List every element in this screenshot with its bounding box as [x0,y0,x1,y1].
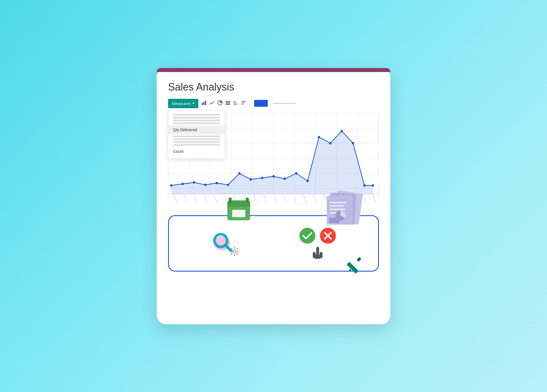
top-bar [157,68,390,72]
svg-point-32 [216,182,218,184]
gear-icon [230,247,239,257]
sort-asc-icon[interactable] [233,100,239,107]
dropdown-item-qty-delivered[interactable]: Qty Delivered [168,125,225,134]
toolbar: Measures [168,99,379,108]
svg-point-28 [170,184,172,186]
svg-rect-99 [236,253,238,255]
check-circle-icon[interactable] [299,227,316,244]
svg-point-38 [284,177,286,180]
svg-point-30 [193,181,195,183]
svg-point-31 [204,184,207,186]
svg-rect-12 [242,104,243,104]
svg-rect-0 [202,103,203,105]
color-line [273,103,296,104]
calendar-icon-wrapper [226,196,252,223]
svg-rect-76 [246,198,249,203]
svg-point-29 [181,182,184,185]
measures-button[interactable]: Measures [168,99,198,108]
svg-rect-95 [237,251,239,252]
svg-point-44 [352,142,354,144]
svg-point-46 [372,184,374,186]
svg-rect-108 [346,262,358,274]
measures-dropdown: Qty Delivered Count [168,110,225,159]
svg-rect-5 [226,102,230,103]
card-content: Sales Analysis Measures [157,72,390,283]
svg-rect-7 [234,101,235,102]
svg-point-37 [272,175,275,177]
svg-point-41 [318,136,320,138]
svg-point-36 [261,176,263,179]
dropdown-line-5 [173,136,220,137]
svg-rect-98 [231,253,233,255]
svg-rect-9 [234,104,238,104]
svg-rect-75 [229,198,232,203]
color-swatch-blue[interactable] [254,100,268,107]
gear-svg [230,247,239,256]
svg-text:-: - [170,190,170,193]
pie-chart-icon[interactable] [217,100,223,107]
svg-rect-85 [329,217,339,223]
svg-rect-1 [203,102,205,105]
confirm-group [299,227,336,259]
calendar-icon [226,196,252,222]
sort-desc-icon[interactable] [241,100,247,107]
edit-icon[interactable] [346,256,364,274]
svg-rect-107 [315,255,321,259]
svg-rect-92 [234,247,235,249]
svg-rect-6 [226,104,230,105]
chart-type-icons [201,100,247,107]
search-group [211,231,235,256]
svg-rect-2 [205,101,206,105]
svg-rect-93 [234,254,235,256]
dropdown-line-7 [173,141,220,143]
line-chart-icon[interactable] [209,100,215,107]
dropdown-line-6 [173,138,220,140]
dropdown-line-8 [173,144,220,146]
dropdown-line-2 [173,117,220,118]
svg-point-45 [363,184,366,186]
svg-point-34 [238,172,240,174]
svg-rect-10 [242,101,246,102]
svg-rect-110 [357,257,362,262]
dropdown-line-3 [173,120,220,121]
svg-rect-4 [226,101,230,102]
dropdown-item-count[interactable]: Count [168,147,225,156]
svg-rect-11 [242,102,244,103]
svg-rect-96 [231,248,233,250]
svg-point-91 [233,250,236,253]
svg-rect-80 [330,202,347,203]
confirm-buttons [299,227,336,244]
svg-point-35 [250,178,252,180]
svg-rect-74 [232,210,245,217]
stacked-chart-icon[interactable] [225,100,231,107]
svg-point-40 [307,180,309,182]
feature-card [168,215,379,272]
dropdown-line-4 [173,122,220,124]
svg-rect-97 [236,248,238,250]
page-title: Sales Analysis [168,81,379,93]
edit-icon-wrapper [346,256,364,275]
svg-point-33 [227,184,229,186]
svg-rect-81 [330,205,344,207]
cursor-icon [312,247,323,259]
svg-point-42 [329,142,331,144]
documents-icon [321,190,367,225]
svg-point-43 [340,130,343,132]
svg-rect-8 [234,102,236,103]
feature-section [168,215,379,272]
svg-rect-94 [230,251,232,252]
main-card: Sales Analysis Measures [157,68,390,324]
documents-icon-wrapper [321,190,367,226]
svg-point-100 [299,228,315,244]
cancel-circle-icon[interactable] [320,227,336,244]
dropdown-line-1 [173,114,220,116]
bar-chart-icon[interactable] [201,100,207,107]
svg-rect-82 [330,209,345,210]
svg-rect-104 [316,247,319,255]
svg-rect-73 [227,204,250,207]
svg-point-39 [295,172,297,174]
